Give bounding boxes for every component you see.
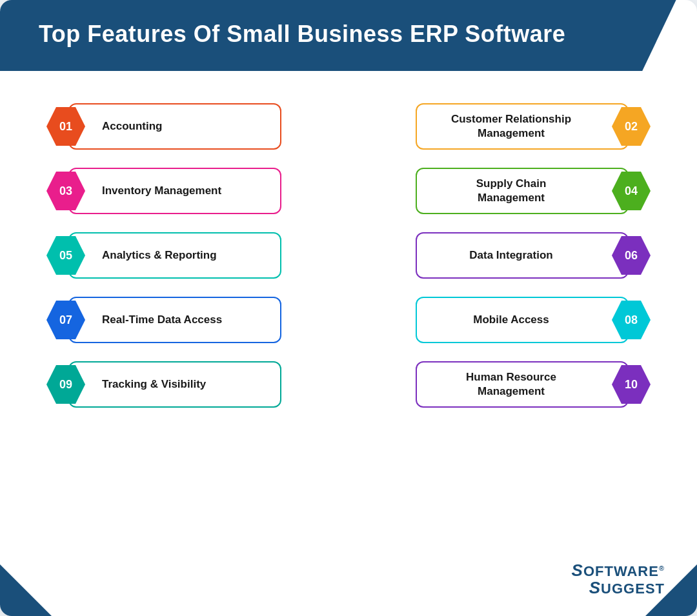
badge-04: 04	[611, 170, 652, 212]
feature-label-09: Tracking & Visibility	[102, 377, 206, 392]
badge-08: 08	[611, 299, 652, 341]
feature-item-02: Customer RelationshipManagement 02	[365, 103, 652, 150]
brand-s: S	[572, 561, 583, 580]
badge-inner-07: 07	[46, 301, 85, 339]
badge-inner-05: 05	[46, 236, 85, 275]
badge-07: 07	[45, 299, 86, 341]
feature-item-05: 05 Analytics & Reporting	[45, 232, 332, 279]
feature-box-03: Inventory Management	[68, 168, 281, 214]
feature-label-07: Real-Time Data Access	[102, 313, 222, 327]
badge-number-09: 09	[59, 379, 72, 390]
brand-logo: SOFTWARE® SUGGEST	[572, 561, 665, 598]
feature-item-10: Human ResourceManagement 10	[365, 361, 652, 408]
page-title: Top Features Of Small Business ERP Softw…	[39, 21, 638, 48]
feature-label-06: Data Integration	[427, 248, 595, 263]
features-grid: 01 Accounting Customer RelationshipManag…	[0, 71, 697, 446]
feature-item-09: 09 Tracking & Visibility	[45, 361, 332, 408]
badge-02: 02	[611, 106, 652, 147]
feature-item-01: 01 Accounting	[45, 103, 332, 150]
feature-item-03: 03 Inventory Management	[45, 168, 332, 214]
badge-inner-08: 08	[612, 301, 651, 339]
feature-label-01: Accounting	[102, 119, 163, 134]
header-banner: Top Features Of Small Business ERP Softw…	[0, 0, 676, 71]
feature-box-01: Accounting	[68, 103, 281, 150]
badge-inner-01: 01	[46, 107, 85, 146]
brand-registered: ®	[659, 564, 665, 572]
feature-label-05: Analytics & Reporting	[102, 248, 217, 263]
feature-item-07: 07 Real-Time Data Access	[45, 297, 332, 343]
badge-inner-06: 06	[612, 236, 651, 275]
feature-box-06: Data Integration	[416, 232, 629, 279]
brand-line1: OFTWARE	[583, 563, 659, 579]
feature-box-04: Supply ChainManagement	[416, 168, 629, 214]
badge-10: 10	[611, 364, 652, 405]
badge-number-04: 04	[625, 185, 638, 197]
badge-number-03: 03	[59, 185, 72, 197]
feature-box-08: Mobile Access	[416, 297, 629, 343]
badge-inner-10: 10	[612, 365, 651, 404]
brand-suggest: SUGGEST	[572, 578, 665, 598]
feature-box-05: Analytics & Reporting	[68, 232, 281, 279]
feature-item-06: Data Integration 06	[365, 232, 652, 279]
feature-label-08: Mobile Access	[427, 313, 595, 327]
feature-label-04: Supply ChainManagement	[427, 177, 595, 205]
feature-box-02: Customer RelationshipManagement	[416, 103, 629, 150]
brand-line2: UGGEST	[601, 581, 665, 597]
badge-number-02: 02	[625, 121, 638, 132]
badge-03: 03	[45, 170, 86, 212]
feature-label-03: Inventory Management	[102, 184, 221, 198]
feature-label-02: Customer RelationshipManagement	[427, 112, 595, 141]
feature-box-10: Human ResourceManagement	[416, 361, 629, 408]
feature-box-09: Tracking & Visibility	[68, 361, 281, 408]
badge-inner-03: 03	[46, 172, 85, 210]
brand-s2: S	[589, 578, 601, 597]
badge-inner-04: 04	[612, 172, 651, 210]
badge-06: 06	[611, 235, 652, 276]
feature-label-10: Human ResourceManagement	[427, 370, 595, 399]
badge-01: 01	[45, 106, 86, 147]
badge-number-05: 05	[59, 250, 72, 261]
badge-number-01: 01	[59, 121, 72, 132]
feature-box-07: Real-Time Data Access	[68, 297, 281, 343]
badge-inner-09: 09	[46, 365, 85, 404]
feature-item-08: Mobile Access 08	[365, 297, 652, 343]
badge-09: 09	[45, 364, 86, 405]
main-card: Top Features Of Small Business ERP Softw…	[0, 0, 697, 616]
badge-number-06: 06	[625, 250, 638, 261]
badge-inner-02: 02	[612, 107, 651, 146]
badge-number-08: 08	[625, 314, 638, 326]
feature-item-04: Supply ChainManagement 04	[365, 168, 652, 214]
corner-decoration-bl	[0, 564, 52, 616]
badge-05: 05	[45, 235, 86, 276]
badge-number-07: 07	[59, 314, 72, 326]
badge-number-10: 10	[625, 379, 638, 390]
